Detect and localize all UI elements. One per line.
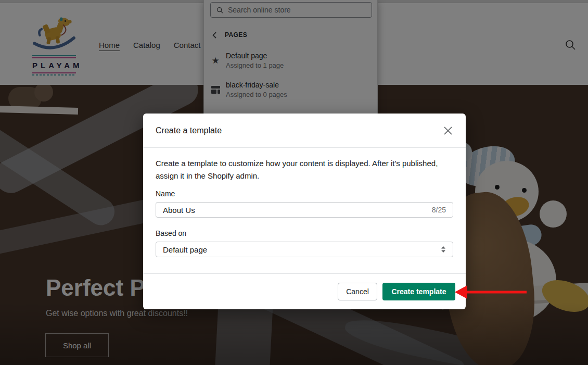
based-on-select[interactable]: Default page — [156, 242, 453, 257]
close-icon[interactable] — [443, 125, 453, 136]
create-template-modal: Create a template Create a template to c… — [143, 114, 466, 309]
based-on-value: Default page — [163, 245, 207, 254]
up-down-arrows-icon — [441, 246, 446, 253]
modal-body: Create a template to customize how your … — [143, 148, 466, 257]
modal-header: Create a template — [143, 114, 466, 148]
create-template-button[interactable]: Create template — [382, 283, 455, 300]
character-counter: 8/25 — [432, 206, 446, 214]
name-field: 8/25 — [156, 202, 453, 218]
modal-description: Create a template to customize how your … — [156, 157, 453, 182]
screen: PLAYAM Home Catalog Contact — [0, 0, 588, 365]
modal-title: Create a template — [156, 126, 222, 135]
name-input[interactable] — [163, 206, 428, 215]
cancel-button[interactable]: Cancel — [338, 283, 377, 300]
based-on-label: Based on — [156, 229, 453, 237]
description-line: Create a template to customize how your … — [156, 157, 453, 170]
red-arrow-annotation — [451, 284, 529, 300]
name-label: Name — [156, 190, 453, 198]
description-line: assign it in the Shopify admin. — [156, 170, 453, 182]
modal-footer: Cancel Create template — [143, 273, 466, 309]
